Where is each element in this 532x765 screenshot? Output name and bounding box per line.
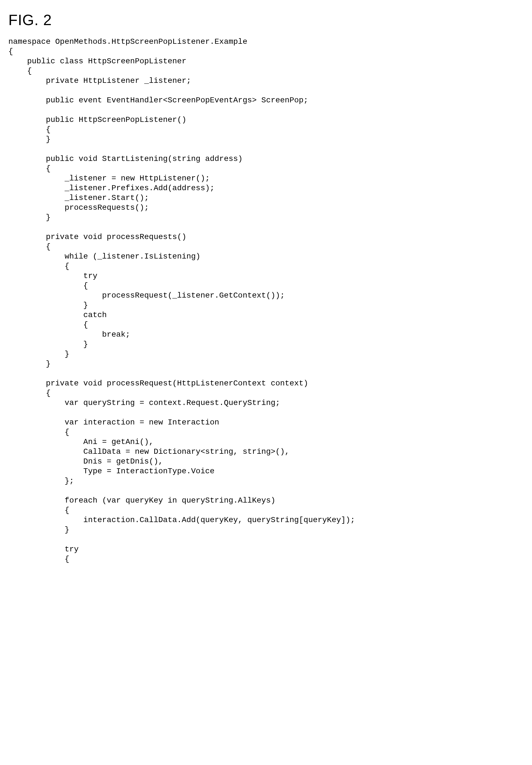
code-listing: namespace OpenMethods.HttpScreenPopListe… xyxy=(8,37,524,564)
figure-title: FIG. 2 xyxy=(8,11,524,28)
